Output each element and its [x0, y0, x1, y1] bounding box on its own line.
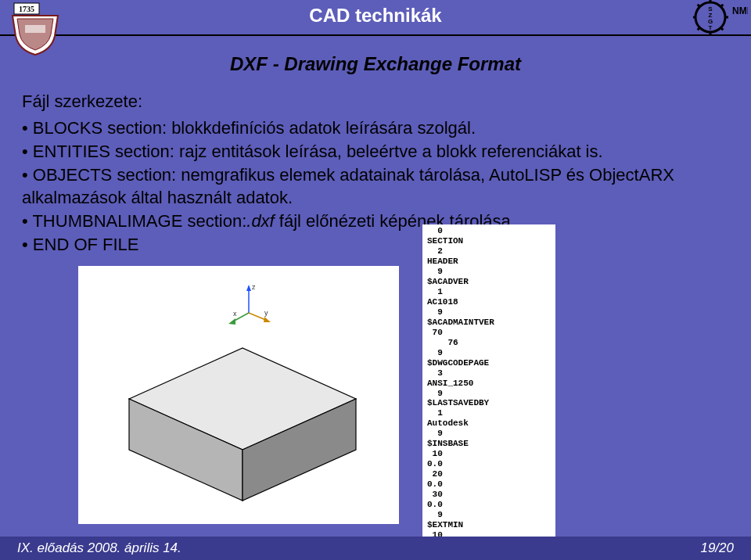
- bullet-italic: .dxf: [246, 211, 279, 231]
- svg-text:NME: NME: [732, 5, 748, 16]
- isometric-box-icon: [110, 332, 376, 515]
- footer-page-number: 19/20: [700, 540, 734, 556]
- bullet-lead: ENTITIES section:: [33, 142, 174, 161]
- svg-rect-2: [25, 25, 45, 33]
- slide-title: CAD technikák: [0, 0, 751, 27]
- bullet-item: ENTITIES section: rajz entitások leírása…: [22, 141, 729, 163]
- cad-viewport: z y x: [78, 266, 399, 524]
- svg-line-5: [720, 5, 723, 7]
- bullet-item: BLOCKS section: blokkdefiníciós adatok l…: [22, 117, 729, 139]
- svg-text:x: x: [233, 310, 237, 318]
- svg-line-9: [698, 27, 700, 30]
- bullet-lead: BLOCKS section:: [33, 118, 167, 138]
- bullet-lead: OBJECTS section:: [33, 165, 176, 185]
- svg-marker-18: [246, 285, 251, 291]
- slide-footer: IX. előadás 2008. április 14. 19/20: [0, 537, 751, 560]
- bullet-text: rajz entitások leírása, beleértve a blok…: [174, 142, 603, 161]
- bullet-item: OBJECTS section: nemgrafikus elemek adat…: [22, 164, 729, 208]
- bullet-text: blokkdefiníciós adatok leírására szolgál…: [167, 118, 476, 138]
- svg-line-11: [698, 5, 700, 7]
- bullet-lead: THUMBNALIMAGE section:: [32, 211, 246, 231]
- svg-text:T: T: [709, 24, 713, 31]
- slide-subtitle: DXF - Drawing Exchange Format: [0, 53, 751, 75]
- svg-marker-21: [264, 317, 271, 322]
- svg-text:z: z: [252, 283, 256, 291]
- dxf-code-listing: 0 SECTION 2 HEADER 9 $ACADVER 1 AC1018 9…: [422, 224, 555, 542]
- svg-line-7: [720, 27, 723, 30]
- section-heading: Fájl szerkezete:: [22, 91, 729, 113]
- coordinate-axes-icon: z y x: [225, 282, 272, 332]
- footer-left: IX. előadás 2008. április 14.: [17, 540, 181, 556]
- bullet-list: BLOCKS section: blokkdefiníciós adatok l…: [22, 117, 729, 256]
- bullet-item: END OF FILE: [22, 234, 729, 256]
- gear-logo-icon: S Z G T NME: [693, 0, 748, 34]
- svg-text:1735: 1735: [19, 5, 34, 13]
- bullet-item: THUMBNALIMAGE section:.dxf fájl előnézet…: [22, 210, 729, 232]
- slide-header: 1735 CAD technikák S Z: [0, 0, 751, 36]
- svg-text:y: y: [264, 309, 268, 317]
- slide-body: Fájl szerkezete: BLOCKS section: blokkde…: [0, 75, 751, 256]
- university-crest-icon: 1735: [8, 2, 63, 56]
- bullet-lead: END OF FILE: [33, 235, 139, 254]
- svg-marker-24: [228, 318, 235, 325]
